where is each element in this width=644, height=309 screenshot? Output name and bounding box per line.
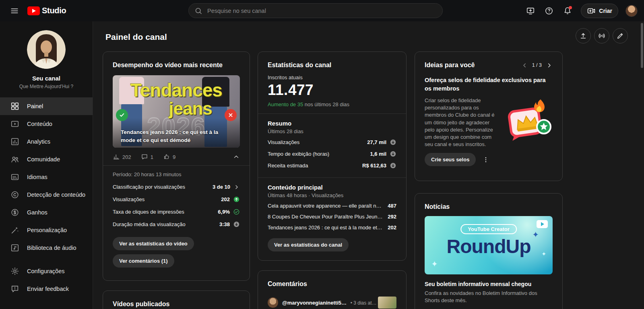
subtitles-icon bbox=[10, 173, 19, 181]
delta-rest: nos últimos 28 dias bbox=[303, 101, 349, 107]
sidebar-item-ganhos[interactable]: Ganhos bbox=[0, 204, 93, 221]
column-channel-stats: Estatísticas do canal Inscritos atuais 1… bbox=[258, 52, 407, 309]
notification-badge-dot bbox=[569, 6, 572, 9]
stat-value: 27,7 mil bbox=[367, 139, 386, 145]
upload-icon bbox=[579, 32, 587, 40]
go-live-button[interactable] bbox=[594, 28, 609, 43]
views-stat: 202 bbox=[113, 153, 131, 161]
sidebar-item-idiomas[interactable]: Idiomas bbox=[0, 168, 93, 186]
create-button[interactable]: Criar bbox=[581, 4, 618, 18]
sidebar-item-label: Comunidade bbox=[27, 156, 60, 163]
help-icon[interactable] bbox=[541, 3, 557, 19]
page-scrollbar[interactable] bbox=[641, 23, 643, 68]
ideas-for-you-card: Ideias para você 1 / 3 Ofereça selos de … bbox=[415, 52, 563, 181]
stat-label: Tempo de exibição (horas) bbox=[268, 151, 329, 157]
comment-video-thumbnail bbox=[378, 297, 396, 309]
top-video-title: Tendances jeans 2026 : ce qui est à la m… bbox=[268, 225, 384, 231]
metric-label: Classificação por visualizações bbox=[113, 184, 185, 190]
sidebar-item-configuracoes[interactable]: Configurações bbox=[0, 262, 93, 280]
commenter-handle: @maryvonnegianinetti5… bbox=[282, 300, 347, 306]
video-analytics-button[interactable]: Ver as estatísticas do vídeo bbox=[113, 237, 194, 250]
ideas-pager: 1 / 3 bbox=[521, 62, 553, 69]
trend-up-icon bbox=[233, 196, 240, 203]
sidebar-item-label: Detecção de conteúdo bbox=[27, 192, 85, 198]
sidebar-item-label: Idiomas bbox=[27, 174, 47, 180]
sidebar-item-enviar-feedback[interactable]: Enviar feedback bbox=[0, 280, 93, 298]
top-video-row[interactable]: Tendances jeans 2026 : ce qui est à la m… bbox=[268, 222, 396, 233]
channel-avatar[interactable] bbox=[27, 30, 66, 69]
latest-video-performance-card: Desempenho do vídeo mais recente 2026 Te… bbox=[103, 52, 250, 281]
account-avatar[interactable] bbox=[625, 5, 638, 17]
ideas-body-text: Criar selos de fidelidade personalizados… bbox=[425, 97, 499, 148]
thumbs-up-icon bbox=[163, 153, 170, 161]
edit-pencil-icon bbox=[616, 32, 624, 40]
card-title: Desempenho do vídeo mais recente bbox=[113, 62, 240, 69]
create-badges-button[interactable]: Crie seus selos bbox=[425, 153, 476, 166]
collapse-chevron-up-icon[interactable] bbox=[233, 153, 240, 161]
monetization-icon bbox=[10, 208, 19, 217]
top-content-subtitle: Últimas 48 horas · Visualizações bbox=[268, 192, 396, 198]
divider bbox=[258, 113, 406, 114]
sidebar-item-label: Configurações bbox=[27, 268, 65, 274]
card-title: Vídeos publicados bbox=[113, 301, 240, 308]
channel-block: Seu canal Que Mettre Aujourd'Hui ? bbox=[0, 21, 93, 89]
news-headline: Seu boletim informativo mensal chegou bbox=[425, 281, 553, 287]
notifications-icon[interactable] bbox=[560, 3, 575, 19]
stat-label: Visualizações bbox=[268, 139, 299, 145]
sidebar-item-deteccao-de-conteudo[interactable]: Detecção de conteúdo bbox=[0, 186, 93, 204]
upload-videos-button[interactable] bbox=[576, 28, 591, 43]
card-title: Notícias bbox=[425, 203, 553, 210]
summary-row-revenue[interactable]: Receita estimada R$ 612,63 bbox=[268, 160, 396, 171]
latest-video-thumbnail[interactable]: 2026 Tendances jeans Tendances jeans 202… bbox=[113, 75, 240, 148]
metric-row-views[interactable]: Visualizações 202 bbox=[113, 193, 240, 206]
analytics-icon bbox=[10, 137, 19, 146]
metric-row-ranking[interactable]: Classificação por visualizações 3 de 10 bbox=[113, 181, 240, 193]
metric-label: Duração média da visualização bbox=[113, 221, 186, 227]
subscribers-count: 11.477 bbox=[268, 82, 396, 99]
settings-icon bbox=[10, 267, 19, 276]
channel-analytics-button[interactable]: Ver as estatísticas do canal bbox=[268, 238, 349, 251]
metric-row-avg-duration[interactable]: Duração média da visualização 3:38 bbox=[113, 218, 240, 231]
sidebar-item-personalizacao[interactable]: Personalização bbox=[0, 221, 93, 239]
ideas-body-row: Criar selos de fidelidade personalizados… bbox=[425, 97, 553, 148]
top-video-row[interactable]: Cela appauvrit votre apparence — elle pa… bbox=[268, 200, 396, 211]
pager-next-icon[interactable] bbox=[546, 62, 553, 69]
topbar-actions: Criar bbox=[523, 0, 638, 21]
subscribers-delta: Aumento de 35 nos últimos 28 dias bbox=[268, 101, 396, 107]
metric-value: 6,9% bbox=[218, 209, 230, 215]
top-video-views: 292 bbox=[388, 214, 396, 220]
comments-card: Comentários @maryvonnegianinetti5… • 3 d… bbox=[258, 270, 407, 309]
youtube-studio-logo[interactable]: Studio bbox=[27, 6, 66, 15]
summary-row-views[interactable]: Visualizações 27,7 mil bbox=[268, 136, 396, 148]
video-metrics-list: Classificação por visualizações 3 de 10 … bbox=[113, 181, 240, 231]
trend-down-icon bbox=[390, 150, 396, 157]
metric-row-ctr[interactable]: Taxa de cliques de impressões 6,9% bbox=[113, 206, 240, 218]
hamburger-menu-icon[interactable] bbox=[7, 4, 22, 18]
creator-feedback-icon[interactable] bbox=[523, 3, 538, 19]
edit-button[interactable] bbox=[613, 28, 628, 43]
pager-prev-icon[interactable] bbox=[521, 62, 528, 69]
sidebar-item-conteudo[interactable]: Conteúdo bbox=[0, 115, 93, 133]
studio-wordmark: Studio bbox=[42, 6, 66, 15]
summary-row-watchtime[interactable]: Tempo de exibição (horas) 1,6 mil bbox=[268, 148, 396, 160]
pager-indicator: 1 / 3 bbox=[532, 62, 542, 68]
stat-value: R$ 612,63 bbox=[362, 163, 386, 169]
sidebar-item-analytics[interactable]: Analytics bbox=[0, 133, 93, 150]
rejected-x-icon bbox=[225, 109, 237, 121]
sidebar-item-biblioteca-de-audio[interactable]: Biblioteca de áudio bbox=[0, 239, 93, 257]
sidebar-item-label: Conteúdo bbox=[27, 121, 52, 127]
video-plus-icon bbox=[587, 6, 596, 15]
sidebar-footer: Configurações Enviar feedback bbox=[0, 262, 93, 298]
comment-row[interactable]: @maryvonnegianinetti5… • 3 dias at… bbox=[268, 297, 396, 309]
news-banner-image[interactable]: ✦ ✦ ✦ YouTube Creator RoundUp bbox=[425, 216, 553, 274]
kebab-menu-icon[interactable] bbox=[482, 156, 489, 163]
trend-down-icon bbox=[233, 221, 240, 228]
sidebar-item-comunidade[interactable]: Comunidade bbox=[0, 150, 93, 168]
sidebar-item-painel[interactable]: Painel bbox=[0, 97, 93, 115]
sidebar-item-label: Ganhos bbox=[27, 209, 47, 216]
top-video-row[interactable]: 8 Coupes De Cheveux Pour Paraître Plus J… bbox=[268, 211, 396, 222]
comment-time: • 3 dias at… bbox=[351, 300, 377, 306]
search-input[interactable] bbox=[207, 8, 437, 14]
view-comments-button[interactable]: Ver comentários (1) bbox=[113, 254, 174, 268]
views-count: 202 bbox=[122, 154, 131, 160]
